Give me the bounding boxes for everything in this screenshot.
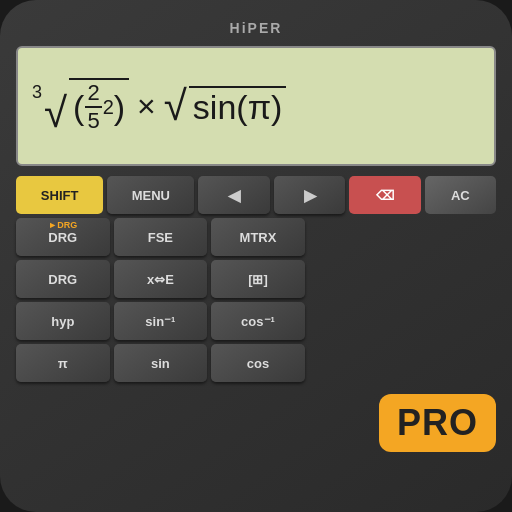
pro-area-spacer4	[309, 344, 496, 382]
display: 3 √ ( 2 5 2 ) × √ sin(π)	[16, 46, 496, 166]
close-paren: )	[114, 88, 125, 127]
sqrt-symbol: √	[164, 85, 187, 127]
grid-button[interactable]: [⊞]	[211, 260, 305, 298]
sqrt: √ sin(π)	[164, 85, 287, 127]
pro-area-spacer	[309, 218, 496, 256]
radical-content: ( 2 5 2 )	[69, 78, 129, 135]
display-expression: 3 √ ( 2 5 2 ) × √ sin(π)	[32, 78, 286, 135]
pi-button[interactable]: π	[16, 344, 110, 382]
arcsin-button[interactable]: sin⁻¹	[114, 302, 208, 340]
fraction: 2 5	[85, 80, 101, 135]
x-to-e-button[interactable]: x⇔E	[114, 260, 208, 298]
cos-button[interactable]: cos	[211, 344, 305, 382]
pro-badge: PRO	[379, 394, 496, 452]
backspace-button[interactable]: ⌫	[349, 176, 420, 214]
pro-area-spacer3	[309, 302, 496, 340]
ac-button[interactable]: AC	[425, 176, 496, 214]
mtrx-button[interactable]: MTRX	[211, 218, 305, 256]
key-row-2: ►DRG DRG FSE MTRX	[16, 218, 496, 256]
pro-area-spacer2	[309, 260, 496, 298]
hyp-button[interactable]: hyp	[16, 302, 110, 340]
radical-index: 3	[32, 82, 42, 103]
shift-button[interactable]: SHIFT	[16, 176, 103, 214]
multiply-sign: ×	[137, 88, 156, 125]
fse-button[interactable]: FSE	[114, 218, 208, 256]
right-arrow-button[interactable]: ▶	[274, 176, 345, 214]
menu-button[interactable]: MENU	[107, 176, 194, 214]
app-title: HiPER	[230, 20, 283, 36]
drg-mode-button[interactable]: ►DRG DRG	[16, 218, 110, 256]
keyboard: SHIFT MENU ◀ ▶ ⌫ AC ►DRG DRG	[16, 176, 496, 382]
open-paren: (	[73, 88, 84, 127]
drg-button[interactable]: DRG	[16, 260, 110, 298]
sqrt-content: sin(π)	[189, 86, 287, 127]
key-row-5: π sin cos	[16, 344, 496, 382]
left-arrow-button[interactable]: ◀	[198, 176, 269, 214]
key-row-1: SHIFT MENU ◀ ▶ ⌫ AC	[16, 176, 496, 214]
app-container: HiPER 3 √ ( 2 5 2 ) ×	[0, 0, 512, 512]
arccos-button[interactable]: cos⁻¹	[211, 302, 305, 340]
key-row-3: DRG x⇔E [⊞]	[16, 260, 496, 298]
radical-symbol: √	[44, 92, 67, 134]
cube-root: 3 √ ( 2 5 2 )	[32, 78, 129, 135]
sin-button[interactable]: sin	[114, 344, 208, 382]
key-row-4: hyp sin⁻¹ cos⁻¹	[16, 302, 496, 340]
